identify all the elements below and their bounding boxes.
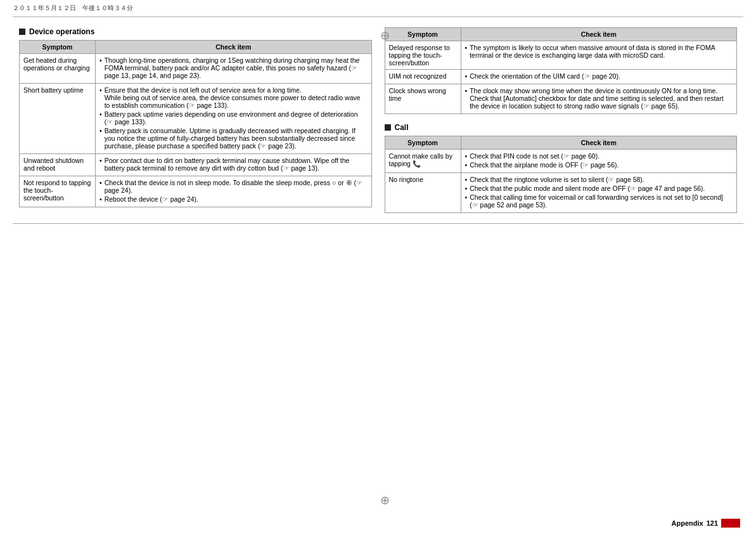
footer-page: 121 <box>707 519 718 527</box>
check-bullet-item: •Check that the ringtone volume is set t… <box>465 176 733 183</box>
bullet-icon: • <box>99 86 102 109</box>
check-cell: •Ensure that the device is not left out … <box>96 84 372 154</box>
bullet-text: Check the orientation of the UIM card (☞… <box>470 72 733 80</box>
top-compass-icon: ⊕ <box>380 29 390 42</box>
check-cell: •Check the orientation of the UIM card (… <box>461 70 737 84</box>
left-table-symptom-header: Symptom <box>20 41 96 54</box>
bullet-icon: • <box>99 56 102 79</box>
call-title: Call <box>385 123 738 132</box>
check-bullet-item: •Check that calling time for voicemail o… <box>465 193 733 209</box>
bullet-text: Battery pack is consumable. Uptime is gr… <box>105 127 368 150</box>
bullet-icon: • <box>465 176 468 183</box>
bullet-text: Check that the ringtone volume is set to… <box>470 176 733 183</box>
call-table: Symptom Check item Cannot make calls by … <box>385 136 738 213</box>
bullet-text: Check that the device is not in sleep mo… <box>105 179 368 194</box>
left-column: Device operations Symptom Check item Get… <box>19 27 372 213</box>
bullet-text: The symptom is likely to occur when mass… <box>470 44 733 59</box>
bullet-icon: • <box>465 87 468 110</box>
right-column: Symptom Check item Delayed response to t… <box>385 27 738 213</box>
table-row: Clock shows wrong time•The clock may sho… <box>385 84 737 114</box>
symptom-cell: Short battery uptime <box>20 84 96 154</box>
section-square-icon <box>19 29 25 35</box>
symptom-cell: UIM not recognized <box>385 70 461 84</box>
symptom-cell: Cannot make calls by tapping 📞 <box>385 150 461 173</box>
symptom-cell: Delayed response to tapping the touch-sc… <box>385 41 461 70</box>
table-row: Delayed response to tapping the touch-sc… <box>385 41 737 70</box>
check-bullet-item: •The symptom is likely to occur when mas… <box>465 44 733 59</box>
check-cell: •Check that PIN code is not set (☞ page … <box>461 150 737 173</box>
bottom-compass-icon: ⊕ <box>380 493 390 507</box>
bullet-icon: • <box>99 157 102 172</box>
left-table-check-header: Check item <box>96 41 372 54</box>
bullet-text: Though long-time operations, charging or… <box>105 56 368 79</box>
device-operations-table: Symptom Check item Get heated during ope… <box>19 40 372 207</box>
check-bullet-item: •Battery pack is consumable. Uptime is g… <box>99 127 368 150</box>
check-bullet-item: •Reboot the device (☞ page 24). <box>99 195 368 203</box>
bullet-text: Check that the airplane mode is OFF (☞ p… <box>470 161 733 169</box>
bullet-text: The clock may show wrong time when the d… <box>470 87 733 110</box>
check-bullet-item: •Check that the device is not in sleep m… <box>99 179 368 194</box>
table-row: UIM not recognized•Check the orientation… <box>385 70 737 84</box>
call-section-square-icon <box>385 124 391 131</box>
bullet-text: Ensure that the device is not left out o… <box>105 86 368 109</box>
table-row: Get heated during operations or charging… <box>20 54 372 84</box>
right-top-table: Symptom Check item Delayed response to t… <box>385 27 738 114</box>
call-table-symptom-header: Symptom <box>385 136 461 150</box>
footer-red-bar <box>721 519 740 528</box>
check-bullet-item: •Battery pack uptime varies depending on… <box>99 110 368 126</box>
page-footer: Appendix 121 <box>672 519 740 528</box>
symptom-cell: Unwanted shutdown and reboot <box>20 154 96 176</box>
bullet-icon: • <box>465 72 468 80</box>
bullet-icon: • <box>99 195 102 203</box>
bullet-icon: • <box>99 127 102 150</box>
table-row: Not respond to tapping the touch-screen/… <box>20 176 372 207</box>
symptom-cell: Not respond to tapping the touch-screen/… <box>20 176 96 207</box>
bullet-text: Check that calling time for voicemail or… <box>470 193 733 209</box>
bullet-icon: • <box>465 185 468 192</box>
symptom-cell: Get heated during operations or charging <box>20 54 96 84</box>
check-cell: •Check that the ringtone volume is set t… <box>461 173 737 213</box>
bullet-icon: • <box>465 44 468 59</box>
bullet-text: Reboot the device (☞ page 24). <box>105 195 368 203</box>
right-top-symptom-header: Symptom <box>385 28 461 41</box>
device-operations-title: Device operations <box>19 27 372 36</box>
check-cell: •Poor contact due to dirt on battery pac… <box>96 154 372 176</box>
bullet-icon: • <box>99 110 102 126</box>
call-table-check-header: Check item <box>461 136 737 150</box>
check-bullet-item: •Check that PIN code is not set (☞ page … <box>465 152 733 160</box>
bullet-icon: • <box>99 179 102 194</box>
check-cell: •The symptom is likely to occur when mas… <box>461 41 737 70</box>
table-row: Short battery uptime•Ensure that the dev… <box>20 84 372 154</box>
bullet-icon: • <box>465 193 468 209</box>
check-bullet-item: •Though long-time operations, charging o… <box>99 56 368 79</box>
bullet-text: Check that the public mode and silent mo… <box>470 185 733 192</box>
check-bullet-item: •Check that the airplane mode is OFF (☞ … <box>465 161 733 169</box>
footer-label: Appendix <box>672 519 703 527</box>
symptom-cell: No ringtone <box>385 173 461 213</box>
table-row: Unwanted shutdown and reboot•Poor contac… <box>20 154 372 176</box>
check-bullet-item: •Check the orientation of the UIM card (… <box>465 72 733 80</box>
check-bullet-item: •Poor contact due to dirt on battery pac… <box>99 157 368 172</box>
check-bullet-item: •The clock may show wrong time when the … <box>465 87 733 110</box>
check-cell: •Check that the device is not in sleep m… <box>96 176 372 207</box>
symptom-cell: Clock shows wrong time <box>385 84 461 114</box>
right-top-check-header: Check item <box>461 28 737 41</box>
check-bullet-item: •Check that the public mode and silent m… <box>465 185 733 192</box>
bullet-text: Poor contact due to dirt on battery pack… <box>105 157 368 172</box>
table-row: No ringtone•Check that the ringtone volu… <box>385 173 737 213</box>
bullet-icon: • <box>465 152 468 160</box>
check-cell: •Though long-time operations, charging o… <box>96 54 372 84</box>
page-header: ２０１１年５月１２日 午後１０時３４分 <box>0 0 756 16</box>
check-cell: •The clock may show wrong time when the … <box>461 84 737 114</box>
check-bullet-item: •Ensure that the device is not left out … <box>99 86 368 109</box>
bullet-icon: • <box>465 161 468 169</box>
bullet-text: Battery pack uptime varies depending on … <box>105 110 368 126</box>
bullet-text: Check that PIN code is not set (☞ page 6… <box>470 152 733 160</box>
table-row: Cannot make calls by tapping 📞•Check tha… <box>385 150 737 173</box>
